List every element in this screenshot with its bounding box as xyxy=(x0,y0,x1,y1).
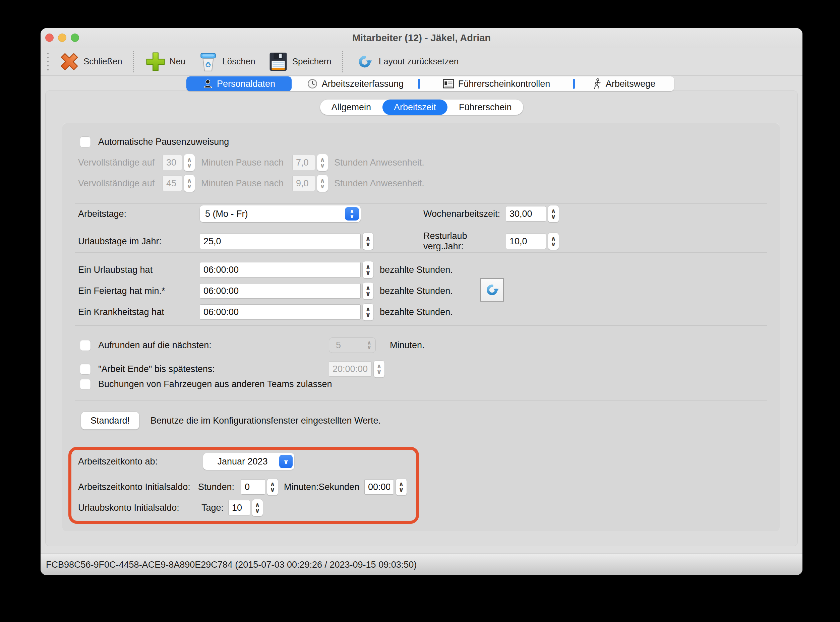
tab-label: Führerscheinkontrollen xyxy=(458,79,550,89)
subtab-arbeitszeit[interactable]: Arbeitszeit xyxy=(383,99,448,115)
pause-minutes-input[interactable] xyxy=(163,175,182,191)
krankheitstag-hat-label: Ein Krankheitstag hat xyxy=(78,307,200,317)
tab-separator xyxy=(573,79,575,89)
pause-row-suffix: Stunden Anwesenheit. xyxy=(334,178,424,189)
pause-row-middle: Minuten Pause nach xyxy=(201,157,292,168)
round-up-suffix: Minuten. xyxy=(390,340,425,351)
resturlaub-input[interactable] xyxy=(506,233,546,249)
new-button[interactable]: Neu xyxy=(139,51,192,72)
stepper-control[interactable]: ∧∨ xyxy=(374,360,385,378)
floppy-disk-icon xyxy=(267,51,289,72)
content-area: Allgemein Arbeitszeit Führerschein Autom… xyxy=(45,90,798,546)
app-window: Mitarbeiter (12) - Jäkel, Adrian Schließ… xyxy=(41,28,802,575)
work-end-label: "Arbeit Ende" bis spätestens: xyxy=(98,364,329,374)
arbeitszeitkonto-ab-label: Arbeitszeitkonto ab: xyxy=(78,456,203,467)
stepper-control[interactable]: ∧∨ xyxy=(362,233,374,250)
arbeitszeitkonto-ab-value: Januar 2023 xyxy=(203,456,279,467)
separator xyxy=(75,401,767,401)
arbeitszeitkonto-ab-combo[interactable]: Januar 2023 ∨ xyxy=(203,453,294,470)
stunden-input[interactable] xyxy=(241,479,265,495)
close-x-icon xyxy=(59,51,80,72)
pause-row-middle: Minuten Pause nach xyxy=(201,178,292,189)
tab-label: Arbeitswege xyxy=(606,79,656,89)
toolbar-drag-handle[interactable] xyxy=(47,52,49,72)
round-up-select[interactable]: 5 ∧∨ xyxy=(329,337,376,353)
person-icon xyxy=(203,79,213,89)
pause-row-suffix: Stunden Anwesenheit. xyxy=(334,157,424,168)
save-button[interactable]: Speichern xyxy=(261,51,337,72)
arbeitstage-dropdown[interactable]: 5 (Mo - Fr) ∧∨ xyxy=(200,206,361,222)
tage-input[interactable] xyxy=(228,500,250,515)
tab-label: Personaldaten xyxy=(217,79,275,89)
auto-pause-label: Automatische Pausenzuweisung xyxy=(98,137,229,147)
stepper-control[interactable]: ∧∨ xyxy=(317,154,328,171)
standard-text: Benutze die im Konfigurationsfenster ein… xyxy=(151,416,381,426)
svg-text:♻: ♻ xyxy=(205,61,212,69)
tab-arbeitszeiterfassung[interactable]: Arbeitszeiterfassung xyxy=(292,76,419,91)
close-button[interactable]: Schließen xyxy=(53,51,128,72)
stepper-control[interactable]: ∧∨ xyxy=(362,303,374,321)
stepper-control[interactable]: ∧∨ xyxy=(362,282,374,300)
minuten-sekunden-label: Minuten:Sekunden xyxy=(284,482,364,492)
chevron-down-icon: ∨ xyxy=(279,455,293,468)
close-button-label: Schließen xyxy=(84,56,122,67)
license-card-icon xyxy=(443,79,454,89)
record-uuid-text: FCB98C56-9F0C-4458-ACE9-8A890E29C784 (20… xyxy=(46,559,417,570)
minuten-sekunden-input[interactable] xyxy=(364,479,394,495)
plus-icon xyxy=(145,51,166,72)
titlebar: Mitarbeiter (12) - Jäkel, Adrian xyxy=(41,28,802,47)
round-up-checkbox[interactable] xyxy=(80,340,91,351)
wochenarbeitszeit-label: Wochenarbeitszeit: xyxy=(423,209,506,219)
vehicle-booking-checkbox[interactable] xyxy=(80,379,91,390)
circular-arrow-icon xyxy=(485,282,499,297)
separator xyxy=(75,325,767,326)
tab-separator xyxy=(418,79,420,89)
new-button-label: Neu xyxy=(169,56,186,67)
reset-layout-button[interactable]: Layout zurücksetzen xyxy=(348,51,465,72)
work-end-time-input[interactable] xyxy=(329,361,372,377)
urlaubstage-input[interactable] xyxy=(200,233,361,249)
recalc-hours-button[interactable] xyxy=(480,278,504,302)
subtab-allgemein[interactable]: Allgemein xyxy=(320,99,383,115)
tage-label: Tage: xyxy=(201,503,228,513)
stepper-control[interactable]: ∧∨ xyxy=(267,478,278,495)
feiertag-hours-input[interactable] xyxy=(200,283,361,299)
paid-hours-suffix: bezahlte Stunden. xyxy=(380,286,453,296)
stunden-label: Stunden: xyxy=(198,482,241,492)
trash-icon: ♻ xyxy=(197,51,219,72)
resturlaub-label: Resturlaub verg.Jahr: xyxy=(423,231,506,252)
pause-row-prefix: Vervollständige auf xyxy=(78,178,163,189)
feiertag-hat-label: Ein Feiertag hat min.* xyxy=(78,286,200,296)
work-end-checkbox[interactable] xyxy=(80,364,91,375)
arbeitstage-value: 5 (Mo - Fr) xyxy=(200,209,343,219)
tab-arbeitswege[interactable]: Arbeitswege xyxy=(574,76,674,91)
wochenarbeitszeit-input[interactable] xyxy=(506,206,546,221)
tab-personaldaten[interactable]: Personaldaten xyxy=(186,76,292,91)
reset-layout-label: Layout zurücksetzen xyxy=(379,56,459,67)
stepper-control[interactable]: ∧∨ xyxy=(548,205,559,223)
walking-person-icon xyxy=(592,78,602,89)
stepper-control[interactable]: ∧∨ xyxy=(362,261,374,279)
stepper-control[interactable]: ∧∨ xyxy=(548,233,559,250)
save-button-label: Speichern xyxy=(292,56,331,67)
standard-button[interactable]: Standard! xyxy=(81,412,139,430)
stepper-control[interactable]: ∧∨ xyxy=(252,499,263,517)
delete-button[interactable]: ♻ Löschen xyxy=(191,51,261,72)
urlaubstage-label: Urlaubstage im Jahr: xyxy=(78,236,200,247)
window-title: Mitarbeiter (12) - Jäkel, Adrian xyxy=(41,28,802,47)
stepper-control[interactable]: ∧∨ xyxy=(396,478,407,495)
tab-fuehrerscheinkontrollen[interactable]: Führerscheinkontrollen xyxy=(419,76,574,91)
subtab-fuehrerschein[interactable]: Führerschein xyxy=(448,99,523,115)
pause-hours-input[interactable] xyxy=(292,175,315,191)
stepper-control[interactable]: ∧∨ xyxy=(184,154,195,171)
pause-minutes-input[interactable] xyxy=(163,155,182,170)
auto-pause-checkbox[interactable] xyxy=(80,136,91,148)
statusbar: FCB98C56-9F0C-4458-ACE9-8A890E29C784 (20… xyxy=(41,553,802,575)
stepper-control[interactable]: ∧∨ xyxy=(184,175,195,192)
toolbar-separator xyxy=(133,51,134,72)
stepper-control[interactable]: ∧∨ xyxy=(317,175,328,192)
round-up-label: Aufrunden auf die nächsten: xyxy=(98,340,329,351)
krankheitstag-hours-input[interactable] xyxy=(200,304,361,320)
pause-hours-input[interactable] xyxy=(292,155,315,170)
urlaubstag-hours-input[interactable] xyxy=(200,262,361,277)
